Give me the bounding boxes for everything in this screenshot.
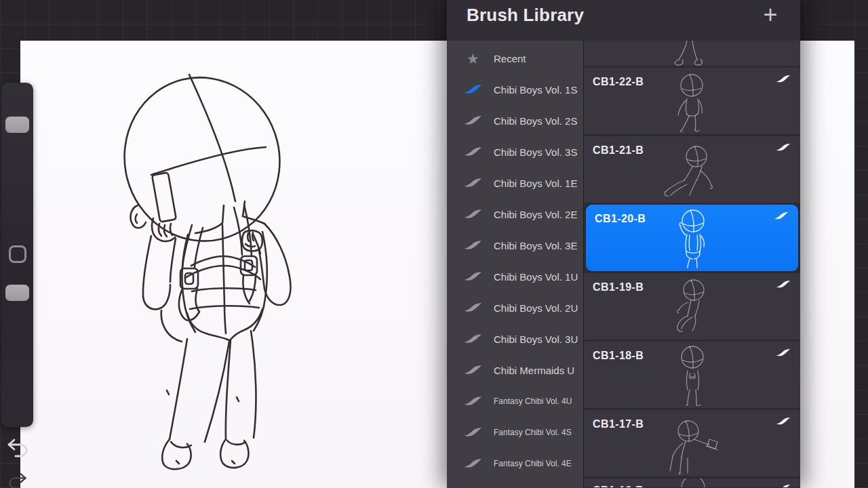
set-row-chibi-boys-3s[interactable]: Chibi Boys Vol. 3S	[447, 136, 583, 167]
brush-thumbnail	[645, 412, 740, 474]
set-row-chibi-boys-1s[interactable]: Chibi Boys Vol. 1S	[447, 74, 583, 105]
redo-button[interactable]	[7, 469, 28, 488]
set-row-chibi-mermaids-u[interactable]: Chibi Mermaids U	[447, 354, 583, 386]
brush-thumbnail	[645, 138, 740, 201]
brush-stroke-icon	[464, 270, 482, 283]
set-row-chibi-boys-3e[interactable]: Chibi Boys Vol. 3E	[447, 230, 583, 261]
set-row-fantasy-chibi-4s[interactable]: Fantasy Chibi Vol. 4S	[447, 417, 583, 448]
brush-stroke-icon	[464, 364, 482, 376]
brush-stroke-icon	[464, 426, 482, 439]
set-row-recent[interactable]: ★ Recent	[447, 43, 583, 74]
panel-header: Brush Library +	[447, 0, 800, 41]
brush-size-slider[interactable]	[5, 117, 29, 133]
set-row-fantasy-chibi-4u[interactable]: Fantasy Chibi Vol. 4U	[447, 386, 583, 417]
brush-stroke-icon	[464, 146, 482, 158]
brush-row-cb1-21-b[interactable]: CB1-21-B	[584, 136, 800, 203]
redo-icon	[7, 469, 28, 488]
brush-thumbnail	[645, 479, 740, 487]
add-brush-set-button[interactable]: +	[760, 0, 781, 30]
undo-button[interactable]	[5, 434, 30, 462]
brush-thumbnail	[645, 41, 740, 66]
brush-row-cb1-17-b[interactable]: CB1-17-B	[584, 410, 800, 476]
modify-button[interactable]	[9, 245, 26, 263]
brush-row-cb1-18-b[interactable]: CB1-18-B	[584, 342, 800, 408]
brush-stroke-icon	[464, 239, 482, 251]
brush-stroke-icon	[774, 211, 789, 220]
brush-row-cb1-19-b[interactable]: CB1-19-B	[584, 273, 800, 340]
canvas-drawing	[20, 41, 447, 488]
set-row-chibi-boys-3u[interactable]: Chibi Boys Vol. 3U	[447, 323, 583, 354]
brush-stroke-icon	[464, 333, 482, 345]
set-row-chibi-boys-1u[interactable]: Chibi Boys Vol. 1U	[447, 261, 583, 292]
brush-row-partial-top[interactable]	[584, 41, 800, 66]
brush-stroke-icon	[776, 417, 791, 426]
brush-stroke-icon	[464, 302, 482, 314]
brush-stroke-icon	[776, 280, 791, 289]
brush-row-cb1-16-b[interactable]: CB1-16-B	[584, 479, 800, 487]
brush-stroke-icon	[776, 484, 791, 487]
brush-thumbnail	[645, 275, 740, 338]
brush-stroke-icon	[464, 208, 482, 220]
brush-stroke-icon	[776, 143, 791, 152]
brush-row-cb1-20-b[interactable]: CB1-20-B	[586, 205, 798, 271]
set-row-chibi-boys-1e[interactable]: Chibi Boys Vol. 1E	[447, 167, 583, 199]
opacity-slider[interactable]	[5, 285, 29, 301]
brush-stroke-icon	[776, 348, 791, 357]
brush-stroke-icon	[776, 75, 791, 83]
set-row-chibi-boys-2u[interactable]: Chibi Boys Vol. 2U	[447, 292, 583, 323]
tool-sidebar	[1, 83, 33, 427]
set-row-fantasy-chibi-4e[interactable]: Fantasy Chibi Vol. 4E	[447, 448, 583, 479]
brush-library-panel: Brush Library + ★ Recent Chibi Boys Vol.…	[447, 0, 800, 488]
brush-row-cb1-22-b[interactable]: CB1-22-B	[584, 68, 800, 134]
brush-set-list: ★ Recent Chibi Boys Vol. 1S Chibi Boys V…	[447, 41, 583, 488]
brush-stroke-icon	[464, 115, 482, 127]
panel-title: Brush Library	[467, 5, 584, 26]
brush-stroke-icon	[464, 177, 482, 189]
set-row-chibi-boys-2e[interactable]: Chibi Boys Vol. 2E	[447, 199, 583, 230]
undo-icon	[5, 434, 30, 459]
set-row-chibi-boys-2s[interactable]: Chibi Boys Vol. 2S	[447, 105, 583, 136]
star-icon: ★	[464, 52, 482, 64]
brush-stroke-icon	[464, 83, 482, 96]
brush-stroke-icon	[464, 458, 482, 470]
brush-thumbnail	[645, 207, 740, 269]
brush-list: CB1-22-B CB1-21-B	[583, 41, 800, 488]
procreate-app: { "header": { "title": "Brush Library", …	[0, 0, 868, 488]
brush-thumbnail	[645, 344, 740, 406]
brush-stroke-icon	[464, 395, 482, 407]
brush-thumbnail	[645, 70, 740, 132]
